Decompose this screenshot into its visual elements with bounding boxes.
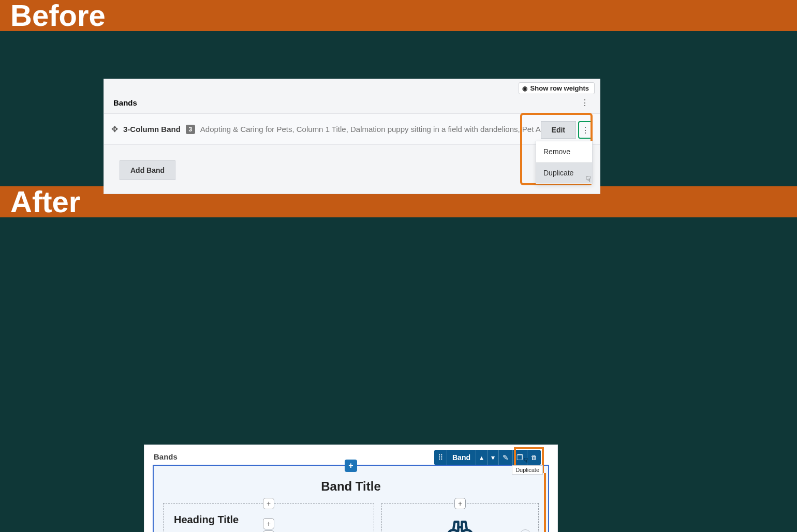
dropdown-duplicate-label: Duplicate <box>543 169 573 177</box>
band-title: Band Title <box>163 479 539 494</box>
dropdown-duplicate[interactable]: Duplicate ☟ <box>536 162 592 184</box>
before-banner-text: Before <box>10 1 106 31</box>
cursor-hand-icon: ☟ <box>586 174 591 184</box>
before-banner: Before <box>0 0 797 31</box>
dropdown-remove-label: Remove <box>543 147 570 156</box>
edit-button-label: Edit <box>552 126 565 134</box>
panel-menu-kebab-icon[interactable] <box>579 97 591 108</box>
add-band-label: Add Band <box>130 166 165 174</box>
toolbar-label[interactable]: Band <box>447 450 476 465</box>
before-panel: Show row weights Bands 3-Column Band 3 A… <box>104 79 600 194</box>
column-left: + + + Heading Title Lorem ipsum dolor si… <box>163 503 374 532</box>
toolbar-edit-icon[interactable] <box>499 450 513 465</box>
binoculars-icon <box>446 517 475 532</box>
card-edit-icon[interactable] <box>520 529 531 532</box>
toolbar-move-down-icon[interactable] <box>488 450 499 465</box>
band-row-title: 3-Column Band <box>123 125 181 134</box>
band-row-description: Adopting & Caring for Pets, Column 1 Tit… <box>200 125 593 134</box>
show-row-weights-button[interactable]: Show row weights <box>519 82 595 94</box>
show-row-weights-label: Show row weights <box>530 84 589 92</box>
edit-button[interactable]: Edit <box>541 121 576 139</box>
row-actions-dropdown: Remove Duplicate ☟ <box>536 141 593 184</box>
row-menu-kebab-icon[interactable] <box>578 121 593 139</box>
toolbar-drag-icon[interactable] <box>434 450 447 465</box>
duplicate-tooltip: Duplicate <box>512 465 543 475</box>
panel-title: Bands <box>113 98 137 107</box>
band-canvas: + + Band Title + + + Heading Title Lorem… <box>153 465 549 532</box>
dropdown-remove[interactable]: Remove <box>536 141 592 162</box>
column-count-badge: 3 <box>186 125 195 134</box>
left-add-top-button[interactable]: + <box>263 498 274 509</box>
after-banner-text: After <box>10 187 80 217</box>
add-band-button[interactable]: Add Band <box>120 160 175 180</box>
cursor-hand-icon: ☟ <box>524 456 528 465</box>
column-right: + Bird Watching Join us for a morning of… <box>381 503 539 532</box>
band-row: 3-Column Band 3 Adopting & Caring for Pe… <box>104 113 600 144</box>
after-panel: Bands Band ☟ Duplicate + + Band Title + … <box>144 445 558 532</box>
drag-handle-icon[interactable] <box>111 124 118 134</box>
right-add-top-button[interactable]: + <box>454 498 466 509</box>
toolbar-move-up-icon[interactable] <box>476 450 488 465</box>
add-above-button[interactable]: + <box>345 460 357 472</box>
left-add-mid-button[interactable]: + <box>263 518 274 529</box>
toolbar-delete-icon[interactable] <box>527 450 541 465</box>
eye-icon <box>522 84 527 92</box>
